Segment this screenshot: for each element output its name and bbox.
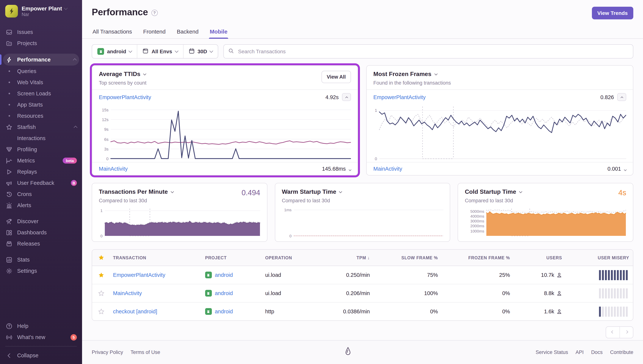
tab-all-transactions[interactable]: All Transactions — [92, 26, 133, 38]
avg-ttids-card: Average TTIDs Top screens by count View … — [92, 65, 358, 176]
footer-link-docs[interactable]: Docs — [591, 350, 603, 355]
sidebar-item-label: Help — [17, 323, 77, 329]
transaction-link[interactable]: MainActivity — [373, 166, 402, 172]
operation-cell: ui.load — [261, 284, 322, 302]
sidebar-item-collapse[interactable]: Collapse — [0, 350, 82, 361]
transaction-link[interactable]: MainActivity — [99, 166, 128, 172]
sidebar-item-stats[interactable]: Stats — [0, 254, 82, 265]
sidebar-item-interactions[interactable]: Interactions — [0, 133, 82, 144]
column-header-project[interactable]: PROJECT — [201, 250, 261, 265]
sidebar-item-issues[interactable]: Issues — [0, 26, 82, 38]
help-question-icon[interactable]: ? — [151, 10, 158, 16]
column-header-slow[interactable]: SLOW FRAME % — [374, 250, 442, 265]
column-header-tpm[interactable]: TPM ↓ — [322, 250, 374, 265]
alerts-icon — [6, 202, 12, 208]
cold-startup-title[interactable]: Cold Startup Time — [465, 188, 522, 195]
sidebar-item-dashboards[interactable]: Dashboards — [0, 227, 82, 238]
sidebar-item-what-s-new[interactable]: What's new5 — [0, 332, 82, 343]
metrics-icon — [6, 158, 12, 164]
footer-link-terms-of-use[interactable]: Terms of Use — [131, 350, 160, 355]
cold-startup-subtitle: Compared to last 30d — [465, 198, 522, 204]
warm-startup-title[interactable]: Warm Startup Time — [282, 188, 342, 195]
expand-toggle-button[interactable] — [624, 166, 626, 172]
tab-frontend[interactable]: Frontend — [142, 26, 166, 38]
column-header-users[interactable]: USERS — [514, 250, 566, 265]
sidebar-item-alerts[interactable]: Alerts — [0, 200, 82, 211]
frozen-frames-chart: 10 — [373, 105, 626, 160]
sidebar-item-metrics[interactable]: Metricsbeta — [0, 155, 82, 166]
sidebar-item-user-feedback[interactable]: User FeedbackB — [0, 177, 82, 188]
expand-toggle-button[interactable] — [349, 166, 351, 172]
footer-link-service-status[interactable]: Service Status — [536, 350, 568, 355]
column-header-misery[interactable]: USER MISERY — [566, 250, 633, 265]
column-header-operation[interactable]: OPERATION — [261, 250, 322, 265]
view-all-button[interactable]: View All — [322, 71, 351, 83]
sidebar-item-profiling[interactable]: Profiling — [0, 144, 82, 155]
sidebar-item-releases[interactable]: Releases — [0, 238, 82, 249]
footer-link-contribute[interactable]: Contribute — [610, 350, 633, 355]
prev-page-button[interactable] — [606, 327, 619, 338]
transaction-link[interactable]: EmpowerPlantActivity — [99, 94, 151, 100]
metric-value: 0.826 — [600, 94, 614, 100]
sidebar-item-projects[interactable]: Projects — [0, 38, 82, 49]
crons-icon — [6, 191, 12, 197]
footer-left-links: Privacy PolicyTerms of Use — [92, 350, 160, 355]
footer-link-api[interactable]: API — [575, 350, 584, 355]
sidebar-item-performance[interactable]: Performance — [3, 54, 79, 66]
footer-link-privacy-policy[interactable]: Privacy Policy — [92, 350, 123, 355]
project-link[interactable]: android — [215, 290, 233, 296]
transaction-link[interactable]: EmpowerPlantActivity — [373, 94, 426, 100]
sidebar-item-label: Discover — [17, 218, 77, 224]
users-cell: 1.6k — [514, 302, 566, 320]
sidebar-item-queries[interactable]: Queries — [0, 66, 82, 77]
collapse-toggle-button[interactable] — [617, 93, 626, 101]
collapse-toggle-button[interactable] — [342, 93, 351, 101]
column-header-transaction[interactable]: TRANSACTION — [109, 250, 201, 265]
table-row: checkout [android]androidhttp0.0386/min0… — [92, 302, 633, 320]
project-link[interactable]: android — [215, 272, 233, 278]
star-toggle[interactable] — [92, 266, 109, 284]
project-link[interactable]: android — [215, 308, 233, 314]
sidebar-item-label: Alerts — [17, 202, 77, 208]
sidebar-item-label: App Starts — [17, 102, 77, 108]
tab-bar: All TransactionsFrontendBackendMobile — [82, 26, 643, 39]
project-filter[interactable]: android — [92, 45, 137, 58]
sidebar-item-screen-loads[interactable]: Screen Loads — [0, 88, 82, 99]
project-cell: android — [201, 266, 261, 284]
transaction-link[interactable]: checkout [android] — [113, 308, 157, 314]
column-header-frozen[interactable]: FROZEN FRAME % — [442, 250, 514, 265]
replays-icon — [6, 168, 12, 175]
tpm-title[interactable]: Transactions Per Minute — [99, 188, 173, 195]
operation-cell: http — [261, 302, 322, 320]
frozen-frames-title[interactable]: Most Frozen Frames — [373, 71, 451, 78]
android-project-icon — [205, 272, 212, 278]
sidebar-item-settings[interactable]: Settings — [0, 265, 82, 276]
transaction-link[interactable]: MainActivity — [113, 290, 142, 296]
star-toggle[interactable] — [92, 284, 109, 302]
sidebar-item-resources[interactable]: Resources — [0, 110, 82, 122]
sidebar-item-label: User Feedback — [17, 180, 66, 186]
next-page-button[interactable] — [619, 327, 633, 338]
chevron-down-icon — [210, 49, 213, 53]
tab-backend[interactable]: Backend — [176, 26, 199, 38]
sidebar-item-web-vitals[interactable]: Web Vitals — [0, 77, 82, 88]
cold-startup-value: 4s — [618, 188, 626, 197]
date-range-filter[interactable]: 30D — [183, 45, 218, 58]
transaction-link[interactable]: EmpowerPlantActivity — [113, 272, 165, 278]
sidebar-item-discover[interactable]: Discover — [0, 216, 82, 227]
sidebar-item-help[interactable]: Help — [0, 320, 82, 332]
sidebar-item-app-starts[interactable]: App Starts — [0, 99, 82, 110]
discover-icon — [6, 218, 12, 224]
avg-ttids-title[interactable]: Average TTIDs — [99, 71, 146, 78]
view-trends-button[interactable]: View Trends — [592, 7, 633, 19]
sidebar-item-crons[interactable]: Crons — [0, 188, 82, 200]
sidebar-item-replays[interactable]: Replays — [0, 166, 82, 177]
search-input[interactable] — [237, 48, 628, 55]
star-toggle[interactable] — [92, 302, 109, 320]
sidebar-item-starfish[interactable]: Starfish — [0, 122, 82, 133]
org-switcher[interactable]: Empower Plant Nar — [0, 0, 82, 21]
user-misery-cell — [566, 302, 633, 320]
footer-right-links: Service StatusAPIDocsContribute — [536, 350, 633, 355]
environment-filter[interactable]: All Envs — [137, 45, 183, 58]
tab-mobile[interactable]: Mobile — [209, 26, 228, 38]
